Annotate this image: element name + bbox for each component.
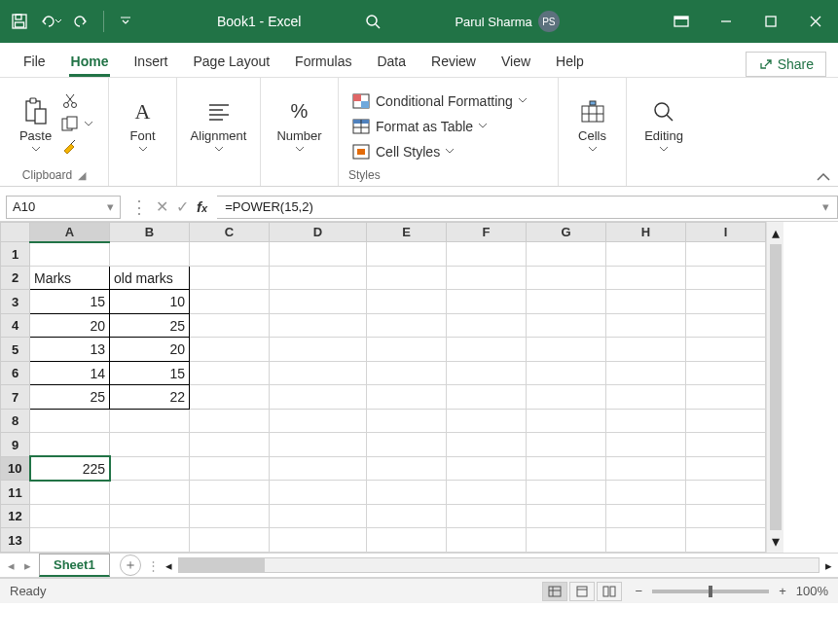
cell-A4[interactable]: 20 [30,313,110,338]
row-header-11[interactable]: 11 [1,481,30,505]
cell-E11[interactable] [367,481,447,505]
editing-button[interactable]: Editing [640,93,687,156]
hscroll-right-button[interactable]: ▸ [825,558,832,573]
zoom-slider[interactable] [652,590,769,593]
format-as-table-button[interactable]: Format as Table [348,116,491,137]
cell-H11[interactable] [606,481,686,505]
cell-B8[interactable] [110,409,190,433]
cell-F9[interactable] [447,433,527,457]
cell-G13[interactable] [527,528,606,553]
cell-G12[interactable] [527,504,606,528]
number-button[interactable]: % Number [273,93,325,156]
cell-D3[interactable] [270,290,367,314]
cell-H13[interactable] [606,528,686,553]
cell-C2[interactable] [190,266,270,290]
cell-C8[interactable] [190,409,270,433]
conditional-formatting-button[interactable]: Conditional Formatting [348,90,530,112]
cell-C7[interactable] [190,385,270,410]
cell-E8[interactable] [367,409,447,433]
cell-I13[interactable] [686,528,766,553]
account-button[interactable]: Parul Sharma PS [455,11,559,32]
expand-formula-bar-button[interactable]: ▾ [822,199,829,214]
cell-B9[interactable] [110,433,190,457]
column-header-H[interactable]: H [606,223,686,242]
cell-H5[interactable] [606,338,686,362]
ribbon-display-options-button[interactable] [659,0,704,43]
column-header-E[interactable]: E [367,223,447,242]
share-button[interactable]: Share [746,52,826,77]
cell-F3[interactable] [447,290,527,314]
page-layout-view-button[interactable] [569,582,595,601]
cell-I2[interactable] [686,266,766,290]
row-header-6[interactable]: 6 [1,361,30,385]
save-icon[interactable] [6,8,33,35]
cell-E10[interactable] [367,456,447,481]
column-header-D[interactable]: D [270,223,367,242]
cell-B13[interactable] [110,528,190,553]
accept-formula-button[interactable]: ✓ [176,197,189,216]
cell-B7[interactable]: 22 [110,385,190,410]
cell-E1[interactable] [367,242,447,267]
cell-C13[interactable] [190,528,270,553]
cell-A9[interactable] [30,433,110,457]
row-header-13[interactable]: 13 [1,528,30,553]
close-button[interactable] [793,0,838,43]
cell-F2[interactable] [447,266,527,290]
tab-home[interactable]: Home [59,46,121,77]
cell-I8[interactable] [686,409,766,433]
cell-E13[interactable] [367,528,447,553]
cell-G2[interactable] [527,266,606,290]
cancel-formula-button[interactable]: ✕ [156,197,168,216]
cell-G9[interactable] [527,433,606,457]
cell-A7[interactable]: 25 [30,385,110,410]
cell-I10[interactable] [686,456,766,481]
cell-I6[interactable] [686,361,766,385]
cell-G10[interactable] [527,456,606,481]
cell-H10[interactable] [606,456,686,481]
cut-button[interactable] [61,92,92,110]
column-header-I[interactable]: I [686,223,766,242]
cell-F12[interactable] [447,504,527,528]
cell-D10[interactable] [270,456,367,481]
cell-E3[interactable] [367,290,447,314]
cell-C1[interactable] [190,242,270,267]
cell-G7[interactable] [527,385,606,410]
formula-input[interactable]: =POWER(15,2) ▾ [217,196,838,219]
cell-D12[interactable] [270,504,367,528]
cell-E7[interactable] [367,385,447,410]
column-header-C[interactable]: C [190,223,270,242]
zoom-out-button[interactable]: − [636,584,643,598]
cell-C5[interactable] [190,338,270,362]
scroll-down-button[interactable]: ▾ [772,532,780,551]
search-icon[interactable] [359,8,386,35]
cell-F1[interactable] [447,242,527,267]
cell-I12[interactable] [686,504,766,528]
cell-A1[interactable] [30,242,110,267]
select-all-corner[interactable] [1,223,30,242]
cell-F8[interactable] [447,409,527,433]
cell-E9[interactable] [367,433,447,457]
cell-E12[interactable] [367,504,447,528]
row-header-3[interactable]: 3 [1,290,30,314]
cell-D8[interactable] [270,409,367,433]
cell-I11[interactable] [686,481,766,505]
cell-I7[interactable] [686,385,766,410]
cell-D6[interactable] [270,361,367,385]
cell-A3[interactable]: 15 [30,290,110,314]
row-header-12[interactable]: 12 [1,504,30,528]
add-sheet-button[interactable]: ＋ [120,555,141,576]
cell-B11[interactable] [110,481,190,505]
maximize-button[interactable] [748,0,793,43]
cell-F10[interactable] [447,456,527,481]
cell-F13[interactable] [447,528,527,553]
cell-A8[interactable] [30,409,110,433]
cell-D4[interactable] [270,313,367,338]
cell-B6[interactable]: 15 [110,361,190,385]
hscroll-left-button[interactable]: ◂ [165,558,172,573]
cell-F4[interactable] [447,313,527,338]
cell-I1[interactable] [686,242,766,267]
tab-page-layout[interactable]: Page Layout [181,46,281,77]
tab-formulas[interactable]: Formulas [283,46,363,77]
cell-B4[interactable]: 25 [110,313,190,338]
cell-I9[interactable] [686,433,766,457]
